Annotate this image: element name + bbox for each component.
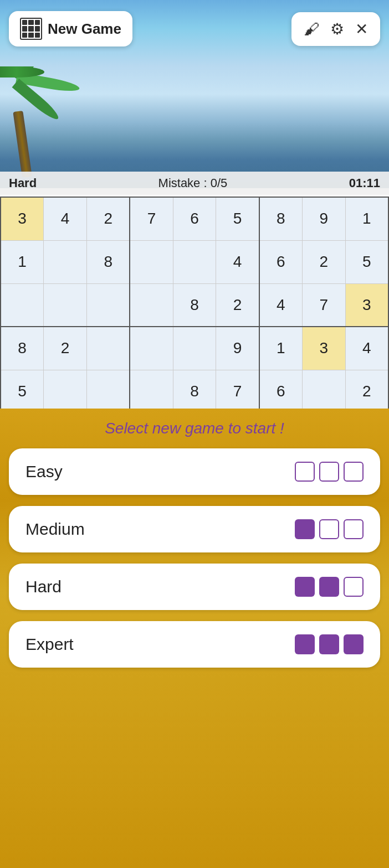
cell-4-3[interactable] bbox=[130, 370, 173, 413]
cell-3-3[interactable] bbox=[130, 327, 173, 370]
indicators-medium bbox=[295, 519, 364, 539]
difficulty-btn-expert[interactable]: Expert bbox=[9, 621, 380, 668]
cell-0-1[interactable]: 4 bbox=[44, 197, 87, 240]
paint-icon: 🖌 bbox=[304, 20, 319, 38]
difficulty-btn-medium[interactable]: Medium bbox=[9, 506, 380, 552]
cell-2-4[interactable]: 8 bbox=[173, 283, 216, 327]
cell-2-3[interactable] bbox=[130, 283, 173, 327]
cell-3-7[interactable]: 3 bbox=[302, 327, 345, 370]
indicator-empty-1 bbox=[319, 462, 339, 482]
cell-2-8[interactable]: 3 bbox=[345, 283, 388, 327]
difficulty-label-easy: Easy bbox=[25, 462, 63, 481]
cell-4-7[interactable] bbox=[302, 370, 345, 413]
cell-1-7[interactable]: 2 bbox=[302, 240, 345, 283]
paint-button[interactable]: 🖌 bbox=[299, 18, 324, 40]
cell-0-0[interactable]: 3 bbox=[1, 197, 44, 240]
indicators-easy bbox=[295, 462, 364, 482]
palm-tree bbox=[0, 66, 89, 177]
difficulty-label: Hard bbox=[9, 176, 37, 190]
indicator-filled-0 bbox=[295, 519, 315, 539]
cell-0-7[interactable]: 9 bbox=[302, 197, 345, 240]
indicator-filled-0 bbox=[295, 577, 315, 597]
new-game-label: New Game bbox=[48, 20, 121, 38]
cell-1-2[interactable]: 8 bbox=[87, 240, 130, 283]
cell-0-2[interactable]: 2 bbox=[87, 197, 130, 240]
cell-3-0[interactable]: 8 bbox=[1, 327, 44, 370]
cell-1-6[interactable]: 6 bbox=[259, 240, 303, 283]
cell-3-5[interactable]: 9 bbox=[216, 327, 259, 370]
indicator-empty-0 bbox=[295, 462, 315, 482]
palm-trunk bbox=[13, 111, 32, 177]
difficulty-label-hard: Hard bbox=[25, 577, 62, 596]
cell-0-6[interactable]: 8 bbox=[259, 197, 303, 240]
difficulty-label-expert: Expert bbox=[25, 635, 74, 654]
cell-2-6[interactable]: 4 bbox=[259, 283, 303, 327]
indicators-hard bbox=[295, 577, 364, 597]
cell-3-2[interactable] bbox=[87, 327, 130, 370]
new-game-button[interactable]: New Game bbox=[9, 11, 132, 46]
cell-2-5[interactable]: 2 bbox=[216, 283, 259, 327]
cell-3-4[interactable] bbox=[173, 327, 216, 370]
cell-3-8[interactable]: 4 bbox=[345, 327, 388, 370]
cell-4-4[interactable]: 8 bbox=[173, 370, 216, 413]
cell-4-5[interactable]: 7 bbox=[216, 370, 259, 413]
cell-0-8[interactable]: 1 bbox=[345, 197, 388, 240]
cell-4-0[interactable]: 5 bbox=[1, 370, 44, 413]
cell-4-8[interactable]: 2 bbox=[345, 370, 388, 413]
top-icons-group: 🖌 ⚙ ✕ bbox=[291, 12, 380, 46]
cell-1-1[interactable] bbox=[44, 240, 87, 283]
difficulty-btn-easy[interactable]: Easy bbox=[9, 448, 380, 495]
cell-1-5[interactable]: 4 bbox=[216, 240, 259, 283]
cell-3-1[interactable]: 2 bbox=[44, 327, 87, 370]
sudoku-table: 3427658911846258247382913458762 bbox=[0, 197, 389, 414]
cell-3-6[interactable]: 1 bbox=[259, 327, 303, 370]
cell-1-3[interactable] bbox=[130, 240, 173, 283]
indicators-expert bbox=[295, 634, 364, 654]
sudoku-grid: 3427658911846258247382913458762 bbox=[0, 197, 389, 414]
cell-0-3[interactable]: 7 bbox=[130, 197, 173, 240]
indicator-filled-0 bbox=[295, 634, 315, 654]
cell-0-4[interactable]: 6 bbox=[173, 197, 216, 240]
cell-2-2[interactable] bbox=[87, 283, 130, 327]
difficulty-btn-hard[interactable]: Hard bbox=[9, 564, 380, 610]
close-icon: ✕ bbox=[355, 20, 368, 38]
indicator-filled-1 bbox=[319, 577, 339, 597]
indicator-empty-1 bbox=[344, 519, 364, 539]
cell-1-8[interactable]: 5 bbox=[345, 240, 388, 283]
cell-0-5[interactable]: 5 bbox=[216, 197, 259, 240]
indicator-empty-2 bbox=[344, 462, 364, 482]
top-bar: New Game 🖌 ⚙ ✕ bbox=[0, 11, 389, 46]
close-button[interactable]: ✕ bbox=[351, 18, 372, 40]
indicator-filled-2 bbox=[344, 634, 364, 654]
cell-4-1[interactable] bbox=[44, 370, 87, 413]
cell-1-4[interactable] bbox=[173, 240, 216, 283]
difficulty-buttons-container: EasyMediumHardExpert bbox=[9, 448, 380, 679]
indicator-empty-0 bbox=[344, 577, 364, 597]
cell-4-2[interactable] bbox=[87, 370, 130, 413]
select-title: Select new game to start ! bbox=[105, 420, 284, 437]
settings-button[interactable]: ⚙ bbox=[326, 18, 349, 40]
indicator-filled-1 bbox=[319, 634, 339, 654]
cell-2-7[interactable]: 7 bbox=[302, 283, 345, 327]
cell-4-6[interactable]: 6 bbox=[259, 370, 303, 413]
cell-2-1[interactable] bbox=[44, 283, 87, 327]
grid-icon bbox=[20, 18, 42, 40]
settings-icon: ⚙ bbox=[330, 20, 344, 38]
difficulty-label-medium: Medium bbox=[25, 520, 85, 539]
status-bar: Hard Mistake : 0/5 01:11 bbox=[0, 172, 389, 195]
timer-label: 01:11 bbox=[349, 176, 380, 190]
overlay-panel: Select new game to start ! EasyMediumHar… bbox=[0, 409, 389, 868]
indicator-empty-0 bbox=[319, 519, 339, 539]
mistakes-label: Mistake : 0/5 bbox=[158, 176, 228, 190]
cell-2-0[interactable] bbox=[1, 283, 44, 327]
cell-1-0[interactable]: 1 bbox=[1, 240, 44, 283]
